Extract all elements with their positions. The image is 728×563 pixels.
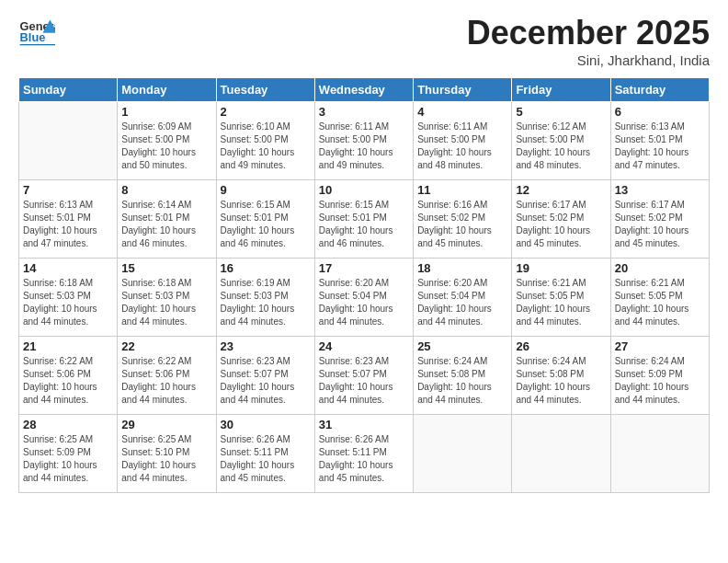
weekday-header-thursday: Thursday <box>414 78 512 102</box>
day-cell <box>19 102 118 180</box>
day-info: Sunrise: 6:12 AMSunset: 5:00 PMDaylight:… <box>516 121 606 172</box>
day-number: 5 <box>516 105 606 119</box>
day-info: Sunrise: 6:23 AMSunset: 5:07 PMDaylight:… <box>319 355 409 407</box>
day-cell: 28Sunrise: 6:25 AMSunset: 5:09 PMDayligh… <box>19 415 118 493</box>
day-number: 23 <box>221 339 311 353</box>
day-info: Sunrise: 6:09 AMSunset: 5:00 PMDaylight:… <box>121 121 211 172</box>
day-cell: 1Sunrise: 6:09 AMSunset: 5:00 PMDaylight… <box>118 102 216 180</box>
day-number: 30 <box>221 418 311 431</box>
day-info: Sunrise: 6:18 AMSunset: 5:03 PMDaylight:… <box>121 277 211 328</box>
day-cell: 2Sunrise: 6:10 AMSunset: 5:00 PMDaylight… <box>216 102 314 180</box>
day-info: Sunrise: 6:26 AMSunset: 5:11 PMDaylight:… <box>221 433 311 485</box>
day-cell <box>414 415 512 493</box>
weekday-header-tuesday: Tuesday <box>216 78 314 102</box>
logo-icon: General Blue <box>18 14 55 51</box>
title-block: December 2025 Sini, Jharkhand, India <box>467 14 710 68</box>
day-info: Sunrise: 6:22 AMSunset: 5:06 PMDaylight:… <box>23 355 113 407</box>
day-cell: 23Sunrise: 6:23 AMSunset: 5:07 PMDayligh… <box>216 337 314 415</box>
day-info: Sunrise: 6:15 AMSunset: 5:01 PMDaylight:… <box>221 199 311 250</box>
day-info: Sunrise: 6:25 AMSunset: 5:09 PMDaylight:… <box>23 433 113 485</box>
day-number: 7 <box>23 183 113 197</box>
day-number: 25 <box>417 339 507 353</box>
week-row-1: 1Sunrise: 6:09 AMSunset: 5:00 PMDaylight… <box>19 102 710 180</box>
page: General Blue December 2025 Sini, Jharkha… <box>0 0 728 563</box>
day-number: 11 <box>417 183 507 197</box>
day-number: 17 <box>319 261 409 275</box>
day-cell: 21Sunrise: 6:22 AMSunset: 5:06 PMDayligh… <box>19 337 118 415</box>
day-cell: 6Sunrise: 6:13 AMSunset: 5:01 PMDaylight… <box>610 102 709 180</box>
day-number: 18 <box>417 261 507 275</box>
day-number: 8 <box>121 183 211 197</box>
week-row-3: 14Sunrise: 6:18 AMSunset: 5:03 PMDayligh… <box>19 259 710 337</box>
day-cell: 9Sunrise: 6:15 AMSunset: 5:01 PMDaylight… <box>216 180 314 259</box>
day-cell: 13Sunrise: 6:17 AMSunset: 5:02 PMDayligh… <box>610 180 709 259</box>
week-row-2: 7Sunrise: 6:13 AMSunset: 5:01 PMDaylight… <box>19 180 710 259</box>
day-cell: 24Sunrise: 6:23 AMSunset: 5:07 PMDayligh… <box>314 337 413 415</box>
day-cell: 17Sunrise: 6:20 AMSunset: 5:04 PMDayligh… <box>314 259 413 337</box>
day-cell: 16Sunrise: 6:19 AMSunset: 5:03 PMDayligh… <box>216 259 314 337</box>
header: General Blue December 2025 Sini, Jharkha… <box>18 14 710 68</box>
day-number: 27 <box>615 339 705 353</box>
day-cell: 5Sunrise: 6:12 AMSunset: 5:00 PMDaylight… <box>512 102 610 180</box>
day-info: Sunrise: 6:19 AMSunset: 5:03 PMDaylight:… <box>221 277 311 328</box>
day-info: Sunrise: 6:20 AMSunset: 5:04 PMDaylight:… <box>417 277 507 328</box>
day-cell: 31Sunrise: 6:26 AMSunset: 5:11 PMDayligh… <box>314 415 413 493</box>
day-cell: 12Sunrise: 6:17 AMSunset: 5:02 PMDayligh… <box>512 180 610 259</box>
weekday-header-sunday: Sunday <box>19 78 118 102</box>
day-info: Sunrise: 6:24 AMSunset: 5:09 PMDaylight:… <box>615 355 705 407</box>
day-number: 22 <box>121 339 211 353</box>
day-cell: 19Sunrise: 6:21 AMSunset: 5:05 PMDayligh… <box>512 259 610 337</box>
day-info: Sunrise: 6:11 AMSunset: 5:00 PMDaylight:… <box>417 121 507 172</box>
day-number: 10 <box>319 183 409 197</box>
day-info: Sunrise: 6:10 AMSunset: 5:00 PMDaylight:… <box>221 121 311 172</box>
day-cell: 20Sunrise: 6:21 AMSunset: 5:05 PMDayligh… <box>610 259 709 337</box>
week-row-4: 21Sunrise: 6:22 AMSunset: 5:06 PMDayligh… <box>19 337 710 415</box>
day-cell: 29Sunrise: 6:25 AMSunset: 5:10 PMDayligh… <box>118 415 216 493</box>
svg-text:Blue: Blue <box>20 30 46 44</box>
day-info: Sunrise: 6:13 AMSunset: 5:01 PMDaylight:… <box>615 121 705 172</box>
day-cell: 3Sunrise: 6:11 AMSunset: 5:00 PMDaylight… <box>314 102 413 180</box>
day-info: Sunrise: 6:11 AMSunset: 5:00 PMDaylight:… <box>319 121 409 172</box>
day-cell: 7Sunrise: 6:13 AMSunset: 5:01 PMDaylight… <box>19 180 118 259</box>
day-number: 3 <box>319 105 409 119</box>
day-cell: 4Sunrise: 6:11 AMSunset: 5:00 PMDaylight… <box>414 102 512 180</box>
weekday-header-row: SundayMondayTuesdayWednesdayThursdayFrid… <box>19 78 710 102</box>
day-number: 14 <box>23 261 113 275</box>
day-number: 4 <box>417 105 507 119</box>
day-cell: 10Sunrise: 6:15 AMSunset: 5:01 PMDayligh… <box>314 180 413 259</box>
day-number: 1 <box>121 105 211 119</box>
day-number: 16 <box>221 261 311 275</box>
day-cell <box>512 415 610 493</box>
day-cell: 18Sunrise: 6:20 AMSunset: 5:04 PMDayligh… <box>414 259 512 337</box>
day-number: 13 <box>615 183 705 197</box>
day-number: 15 <box>121 261 211 275</box>
day-info: Sunrise: 6:17 AMSunset: 5:02 PMDaylight:… <box>615 199 705 250</box>
month-title: December 2025 <box>467 14 710 52</box>
day-number: 26 <box>516 339 606 353</box>
day-cell: 25Sunrise: 6:24 AMSunset: 5:08 PMDayligh… <box>414 337 512 415</box>
day-cell: 30Sunrise: 6:26 AMSunset: 5:11 PMDayligh… <box>216 415 314 493</box>
day-info: Sunrise: 6:26 AMSunset: 5:11 PMDaylight:… <box>319 433 409 485</box>
day-info: Sunrise: 6:15 AMSunset: 5:01 PMDaylight:… <box>319 199 409 250</box>
weekday-header-friday: Friday <box>512 78 610 102</box>
weekday-header-monday: Monday <box>118 78 216 102</box>
day-info: Sunrise: 6:21 AMSunset: 5:05 PMDaylight:… <box>615 277 705 328</box>
day-number: 31 <box>319 418 409 431</box>
day-number: 12 <box>516 183 606 197</box>
day-cell: 14Sunrise: 6:18 AMSunset: 5:03 PMDayligh… <box>19 259 118 337</box>
day-number: 6 <box>615 105 705 119</box>
day-cell: 8Sunrise: 6:14 AMSunset: 5:01 PMDaylight… <box>118 180 216 259</box>
location: Sini, Jharkhand, India <box>467 52 710 68</box>
day-cell: 11Sunrise: 6:16 AMSunset: 5:02 PMDayligh… <box>414 180 512 259</box>
day-info: Sunrise: 6:16 AMSunset: 5:02 PMDaylight:… <box>417 199 507 250</box>
day-number: 21 <box>23 339 113 353</box>
day-cell: 22Sunrise: 6:22 AMSunset: 5:06 PMDayligh… <box>118 337 216 415</box>
day-info: Sunrise: 6:13 AMSunset: 5:01 PMDaylight:… <box>23 199 113 250</box>
day-number: 29 <box>121 418 211 431</box>
calendar: SundayMondayTuesdayWednesdayThursdayFrid… <box>18 77 710 493</box>
day-info: Sunrise: 6:18 AMSunset: 5:03 PMDaylight:… <box>23 277 113 328</box>
day-number: 20 <box>615 261 705 275</box>
day-cell: 27Sunrise: 6:24 AMSunset: 5:09 PMDayligh… <box>610 337 709 415</box>
day-number: 24 <box>319 339 409 353</box>
day-info: Sunrise: 6:22 AMSunset: 5:06 PMDaylight:… <box>121 355 211 407</box>
